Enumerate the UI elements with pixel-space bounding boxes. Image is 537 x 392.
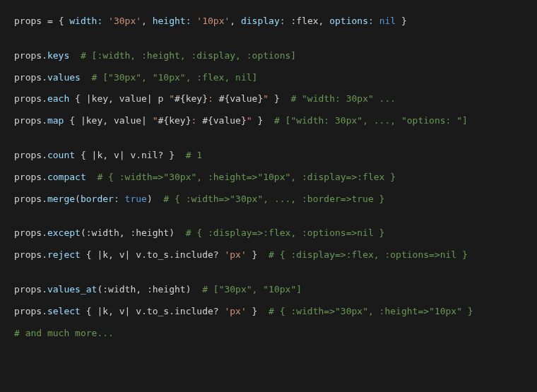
brace: { [81,249,97,260]
method: map [47,115,64,126]
comment: # ["30px", "10px"] [191,284,302,295]
symbol: :width [86,227,119,238]
interpolation: #{key} [175,93,208,104]
method: each [47,93,69,104]
paren: ( [81,227,86,238]
string: : [191,115,202,126]
dot: . [42,194,47,204]
dot: . [42,115,47,126]
interpolation: #{value} [202,115,247,126]
variable: props [14,72,42,83]
string: '30px' [102,16,141,26]
code-line-1: props = { width: '30px', height: '10px',… [14,14,523,29]
comment: # [:width, :height, :display, :options] [69,50,296,61]
comma: , [136,284,147,295]
brace: } [252,115,264,126]
brace: } [247,306,258,316]
symbol: :width [102,284,136,295]
comment: # { :width=>"30px", :height=>"10px", :di… [86,172,396,182]
method: select [47,306,81,316]
block-args: |k, v| [97,306,130,316]
identifier: v.to_s.include? [130,249,224,260]
dot: . [42,50,47,61]
code-line-13: # and much more... [14,326,523,341]
code-line-7: props.compact # { :width=>"30px", :heigh… [14,170,523,185]
block-args: |k, v| [92,150,125,160]
comment: # ["30px", "10px", :flex, nil] [81,72,257,83]
variable: props [14,284,42,295]
method: keys [47,50,69,61]
string: " [247,115,252,126]
variable: props [14,93,42,104]
variable: props [14,150,42,160]
string: '10px' [191,16,230,26]
variable: props [14,16,42,26]
identifier: p [153,93,169,104]
dot: . [42,93,47,104]
block-args: |key, value| [86,93,153,104]
blank-line [14,213,523,226]
variable: props [14,115,42,126]
comment: # { :width=>"30px", ..., :border=>true } [153,194,385,204]
method: values_at [47,284,97,295]
brace: { [75,150,91,160]
dot: . [42,306,47,316]
symbol: :flex [285,16,319,26]
dot: . [42,72,47,83]
brace: { [64,115,80,126]
variable: props [14,306,42,316]
variable: props [14,249,42,260]
nil: nil [374,16,396,26]
symbol: :height [147,284,186,295]
dot: . [42,249,47,260]
boolean: true [119,194,147,204]
brace: } [396,16,407,26]
brace: { [59,16,70,26]
method: values [47,72,81,83]
hash-key: height: [153,16,191,26]
dot: . [42,172,47,182]
brace: { [69,93,85,104]
brace: } [247,249,258,260]
brace: } [268,93,280,104]
string: 'px' [224,249,246,260]
operator: = [42,16,58,26]
hash-key: width: [69,16,102,26]
string: " [263,93,268,104]
method: merge [47,194,75,204]
blank-line [14,36,523,49]
comment: # { :display=>:flex, :options=>nil } [175,227,384,238]
code-line-2: props.keys # [:width, :height, :display,… [14,49,523,64]
block-args: |key, value| [81,115,147,126]
code-line-6: props.count { |k, v| v.nil? } # 1 [14,148,523,163]
dot: . [42,227,47,238]
code-line-11: props.values_at(:width, :height) # ["30p… [14,283,523,297]
comment: # 1 [175,150,202,160]
code-line-9: props.except(:width, :height) # { :displ… [14,226,523,241]
interpolation: #{value} [219,93,264,104]
comment: # { :width=>"30px", :height=>"10px" } [257,306,473,316]
blank-line [14,136,523,148]
dot: . [42,284,47,295]
comma: , [141,16,153,26]
variable: props [14,172,42,182]
comment: # "width: 30px" ... [280,93,396,104]
block-args: |k, v| [97,249,130,260]
comma: , [319,16,330,26]
identifier: v.to_s.include? [130,306,224,316]
paren: ) [186,284,191,295]
code-line-3: props.values # ["30px", "10px", :flex, n… [14,71,523,85]
code-line-12: props.select { |k, v| v.to_s.include? 'p… [14,304,523,319]
comment: # { :display=>:flex, :options=>nil } [257,249,467,260]
string: 'px' [224,306,246,316]
variable: props [14,50,42,61]
comment: # and much more... [14,328,114,338]
paren: ) [147,194,153,204]
blank-line [14,270,523,283]
method: reject [47,249,81,260]
string: " [153,115,158,126]
variable: props [14,194,42,204]
symbol: :height [130,227,169,238]
paren: ( [75,194,81,204]
hash-key: options: [329,16,374,26]
